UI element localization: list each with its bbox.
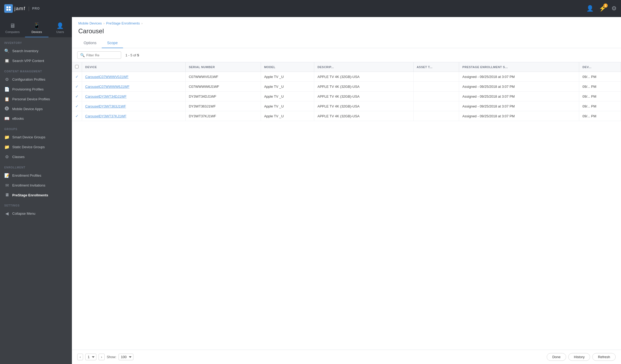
devices-table: DEVICE SERIAL NUMBER MODEL DESCRIP... AS… (72, 62, 621, 121)
main-layout: 🖥 Computers 📱 Devices 👤 Users INVENTORY … (0, 17, 621, 364)
row-serial-4: DY3WT37KJ1WF (185, 111, 261, 121)
sidebar-item-personal-device-profiles-label: Personal Device Profiles (12, 97, 50, 101)
row-device-1[interactable]: CarouselC07WWWW6J1WF (82, 82, 186, 92)
row-serial-3: DY3WT363J1WF (185, 101, 261, 111)
next-page-button[interactable]: › (99, 354, 104, 360)
filter-icon: 🔍 (80, 53, 85, 57)
filter-input[interactable] (86, 53, 118, 57)
sidebar-item-enrollment-invitations[interactable]: ✉ Enrollment Invitations (0, 180, 72, 190)
sidebar-tab-devices-label: Devices (31, 30, 42, 34)
row-device-4[interactable]: CarouselDY3WT37KJ1WF (82, 111, 186, 121)
row-device-0[interactable]: CarouselC07WWWV0J1WF (82, 72, 186, 82)
device-link-2[interactable]: CarouselDY3WT34DJ1WF (85, 94, 126, 98)
row-device-3[interactable]: CarouselDY3WT363J1WF (82, 101, 186, 111)
breadcrumb-sep-1: › (103, 21, 104, 25)
config-profiles-icon: ⚙ (4, 77, 10, 82)
sidebar-item-mobile-device-apps-label: Mobile Device Apps (12, 107, 43, 111)
logo-divider: | (28, 6, 30, 11)
col-prestage: PRESTAGE ENROLLMENT S... (459, 62, 579, 72)
sidebar-item-prestage-enrollments[interactable]: 🖥 PreStage Enrollments (0, 190, 72, 200)
row-model-4: Apple TV _U (261, 111, 314, 121)
prev-page-button[interactable]: ‹ (77, 354, 83, 360)
device-link-0[interactable]: CarouselC07WWWV0J1WF (85, 75, 129, 79)
topnav-right: 👤 ⚡ 1 ⚙ (586, 5, 617, 12)
row-dev-2: 09/... PM (579, 92, 621, 101)
content: Mobile Devices › PreStage Enrollments › … (72, 17, 621, 364)
user-icon[interactable]: 👤 (586, 5, 594, 12)
per-page-select[interactable]: 100 50 25 10 (119, 354, 133, 360)
row-description-4: APPLE TV 4K (32GB)-USA (314, 111, 413, 121)
page-tabs: Options Scope (78, 38, 615, 48)
row-device-2[interactable]: CarouselDY3WT34DJ1WF (82, 92, 186, 101)
sidebar-tab-computers[interactable]: 🖥 Computers (0, 20, 25, 37)
row-prestage-0: Assigned - 09/25/2018 at 3:07 PM (459, 72, 579, 82)
table-toolbar: 🔍 1 - 5 of 5 (72, 48, 621, 62)
show-label: Show: (107, 355, 116, 359)
sidebar-item-provisioning-profiles[interactable]: 📄 Provisioning Profiles (0, 84, 72, 94)
sidebar-item-personal-device-profiles[interactable]: 📋 Personal Device Profiles (0, 94, 72, 104)
collapse-menu-icon: ◀ (4, 211, 10, 216)
sidebar-tabs: 🖥 Computers 📱 Devices 👤 Users (0, 17, 72, 37)
provisioning-profiles-icon: 📄 (4, 87, 10, 92)
sidebar-item-mobile-device-apps[interactable]: 🅐 Mobile Device Apps (0, 104, 72, 114)
table-row: ✓ CarouselC07WWWV0J1WF C07WWWV0J1WF Appl… (72, 72, 621, 82)
sidebar-item-classes[interactable]: ⚙ Classes (0, 152, 72, 162)
sidebar-tab-computers-label: Computers (5, 30, 20, 34)
content-mgmt-section-label: CONTENT MANAGEMENT (0, 66, 72, 75)
users-icon: 👤 (56, 22, 64, 29)
sidebar-item-config-profiles[interactable]: ⚙ Configuration Profiles (0, 75, 72, 84)
select-all-checkbox[interactable] (75, 65, 79, 68)
row-serial-2: DY3WT34DJ1WF (185, 92, 261, 101)
record-total: 5 (137, 53, 139, 57)
inventory-section-label: INVENTORY (0, 37, 72, 46)
sidebar-item-search-inventory[interactable]: 🔍 Search Inventory (0, 46, 72, 56)
row-asset-4 (413, 111, 459, 121)
sidebar-item-collapse-menu[interactable]: ◀ Collapse Menu (0, 209, 72, 218)
breadcrumb-sep-2: › (141, 21, 142, 25)
col-description: DESCRIP... (314, 62, 413, 72)
sidebar-item-ebooks[interactable]: 📖 eBooks (0, 114, 72, 123)
device-link-4[interactable]: CarouselDY3WT37KJ1WF (85, 114, 126, 118)
lightning-icon[interactable]: ⚡ 1 (599, 5, 606, 12)
settings-section-label: SETTINGS (0, 200, 72, 209)
col-dev: DEV... (579, 62, 621, 72)
sidebar-item-classes-label: Classes (12, 155, 24, 159)
table-area: 🔍 1 - 5 of 5 DEVICE (72, 48, 621, 364)
row-check-4: ✓ (72, 111, 82, 121)
row-check-2: ✓ (72, 92, 82, 101)
col-check (72, 62, 82, 72)
notification-badge: 1 (603, 3, 608, 8)
refresh-button[interactable]: Refresh (592, 353, 616, 361)
sidebar-item-search-vpp[interactable]: 🔲 Search VPP Content (0, 56, 72, 66)
row-dev-0: 09/... PM (579, 72, 621, 82)
sidebar-item-provisioning-profiles-label: Provisioning Profiles (12, 87, 44, 91)
ebooks-icon: 📖 (4, 116, 10, 121)
svg-rect-2 (6, 9, 8, 11)
page-number-select[interactable]: 1 (85, 354, 96, 360)
content-header: Mobile Devices › PreStage Enrollments › … (72, 17, 621, 48)
breadcrumb-prestage-enrollments[interactable]: PreStage Enrollments (106, 21, 140, 25)
sidebar-tab-users[interactable]: 👤 Users (48, 20, 72, 37)
history-button[interactable]: History (568, 353, 590, 361)
device-link-3[interactable]: CarouselDY3WT363J1WF (85, 104, 126, 108)
tab-scope[interactable]: Scope (102, 38, 123, 48)
row-serial-1: C07WWWW6J1WF (185, 82, 261, 92)
row-description-1: APPLE TV 4K (32GB)-USA (314, 82, 413, 92)
sidebar-tab-devices[interactable]: 📱 Devices (25, 20, 48, 37)
footer-actions: Done History Refresh (547, 353, 616, 361)
gear-icon[interactable]: ⚙ (611, 5, 617, 12)
sidebar-item-static-device-groups[interactable]: 📁 Static Device Groups (0, 142, 72, 152)
done-button[interactable]: Done (547, 353, 566, 361)
computers-icon: 🖥 (10, 22, 15, 29)
jamf-logo: jamf | PRO (4, 4, 40, 13)
sidebar-item-static-device-groups-label: Static Device Groups (12, 145, 45, 149)
sidebar: 🖥 Computers 📱 Devices 👤 Users INVENTORY … (0, 17, 72, 364)
table-footer: ‹ 1 › Show: 100 50 25 10 Done History (72, 350, 621, 364)
device-link-1[interactable]: CarouselC07WWWW6J1WF (85, 85, 129, 89)
breadcrumb-mobile-devices[interactable]: Mobile Devices (78, 21, 102, 25)
filter-input-wrap[interactable]: 🔍 (77, 51, 121, 59)
sidebar-item-smart-device-groups[interactable]: 📁 Smart Device Groups (0, 132, 72, 142)
groups-section-label: GROUPS (0, 123, 72, 132)
sidebar-item-enrollment-profiles[interactable]: 📝 Enrollment Profiles (0, 171, 72, 180)
tab-options[interactable]: Options (78, 38, 102, 48)
